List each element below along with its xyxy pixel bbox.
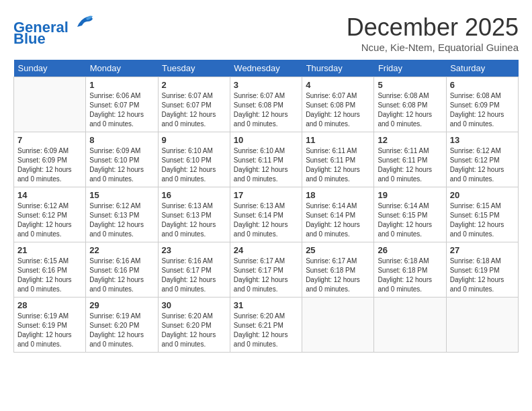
calendar-cell: 31Sunrise: 6:20 AMSunset: 6:21 PMDayligh… <box>230 298 302 353</box>
day-info: Sunrise: 6:07 AMSunset: 6:07 PMDaylight:… <box>162 91 226 129</box>
day-number: 15 <box>89 190 154 200</box>
calendar-cell: 29Sunrise: 6:19 AMSunset: 6:20 PMDayligh… <box>86 298 158 353</box>
logo: General Blue <box>13 13 94 45</box>
day-number: 6 <box>450 80 515 90</box>
day-info: Sunrise: 6:07 AMSunset: 6:08 PMDaylight:… <box>234 91 298 129</box>
page-header: General Blue December 2025 Ncue, Kie-Nte… <box>13 13 519 53</box>
calendar-week-row: 14Sunrise: 6:12 AMSunset: 6:12 PMDayligh… <box>14 187 519 242</box>
day-info: Sunrise: 6:20 AMSunset: 6:20 PMDaylight:… <box>162 312 226 349</box>
calendar-cell: 27Sunrise: 6:18 AMSunset: 6:19 PMDayligh… <box>446 242 518 298</box>
day-number: 11 <box>306 135 370 145</box>
calendar-cell: 17Sunrise: 6:13 AMSunset: 6:14 PMDayligh… <box>230 187 302 242</box>
day-info: Sunrise: 6:18 AMSunset: 6:18 PMDaylight:… <box>378 257 442 294</box>
calendar-cell: 13Sunrise: 6:12 AMSunset: 6:12 PMDayligh… <box>446 132 518 187</box>
day-info: Sunrise: 6:10 AMSunset: 6:11 PMDaylight:… <box>234 146 298 184</box>
day-info: Sunrise: 6:15 AMSunset: 6:15 PMDaylight:… <box>450 201 515 239</box>
calendar-cell: 25Sunrise: 6:17 AMSunset: 6:18 PMDayligh… <box>302 242 374 298</box>
day-number: 17 <box>234 190 298 200</box>
day-number: 23 <box>162 245 226 255</box>
calendar-cell: 22Sunrise: 6:16 AMSunset: 6:16 PMDayligh… <box>86 242 158 298</box>
calendar-cell <box>374 298 446 353</box>
day-info: Sunrise: 6:19 AMSunset: 6:19 PMDaylight:… <box>17 312 82 349</box>
day-number: 5 <box>378 80 442 90</box>
day-number: 21 <box>17 245 82 255</box>
calendar-week-row: 7Sunrise: 6:09 AMSunset: 6:09 PMDaylight… <box>14 132 519 187</box>
day-number: 25 <box>306 245 370 255</box>
day-number: 8 <box>89 135 154 145</box>
calendar-cell: 21Sunrise: 6:15 AMSunset: 6:16 PMDayligh… <box>14 242 86 298</box>
day-info: Sunrise: 6:12 AMSunset: 6:12 PMDaylight:… <box>17 201 82 239</box>
calendar-cell: 11Sunrise: 6:11 AMSunset: 6:11 PMDayligh… <box>302 132 374 187</box>
calendar-cell: 2Sunrise: 6:07 AMSunset: 6:07 PMDaylight… <box>158 77 230 132</box>
day-info: Sunrise: 6:16 AMSunset: 6:17 PMDaylight:… <box>162 257 226 294</box>
day-number: 22 <box>89 245 154 255</box>
day-info: Sunrise: 6:09 AMSunset: 6:10 PMDaylight:… <box>89 146 154 184</box>
column-header-tuesday: Tuesday <box>158 60 230 77</box>
calendar-cell: 5Sunrise: 6:08 AMSunset: 6:08 PMDaylight… <box>374 77 446 132</box>
calendar-cell: 18Sunrise: 6:14 AMSunset: 6:14 PMDayligh… <box>302 187 374 242</box>
calendar-week-row: 28Sunrise: 6:19 AMSunset: 6:19 PMDayligh… <box>14 298 519 353</box>
calendar-cell: 26Sunrise: 6:18 AMSunset: 6:18 PMDayligh… <box>374 242 446 298</box>
day-info: Sunrise: 6:11 AMSunset: 6:11 PMDaylight:… <box>378 146 442 184</box>
day-info: Sunrise: 6:06 AMSunset: 6:07 PMDaylight:… <box>89 91 154 129</box>
calendar-header-row: SundayMondayTuesdayWednesdayThursdayFrid… <box>14 60 519 77</box>
calendar-cell: 16Sunrise: 6:13 AMSunset: 6:13 PMDayligh… <box>158 187 230 242</box>
calendar-week-row: 21Sunrise: 6:15 AMSunset: 6:16 PMDayligh… <box>14 242 519 298</box>
column-header-wednesday: Wednesday <box>230 60 302 77</box>
day-number: 16 <box>162 190 226 200</box>
calendar-cell: 24Sunrise: 6:17 AMSunset: 6:17 PMDayligh… <box>230 242 302 298</box>
day-info: Sunrise: 6:16 AMSunset: 6:16 PMDaylight:… <box>89 257 154 294</box>
day-info: Sunrise: 6:17 AMSunset: 6:17 PMDaylight:… <box>234 257 298 294</box>
calendar-cell: 3Sunrise: 6:07 AMSunset: 6:08 PMDaylight… <box>230 77 302 132</box>
calendar-cell: 15Sunrise: 6:12 AMSunset: 6:13 PMDayligh… <box>86 187 158 242</box>
day-number: 3 <box>234 80 298 90</box>
day-info: Sunrise: 6:14 AMSunset: 6:14 PMDaylight:… <box>306 201 370 239</box>
column-header-thursday: Thursday <box>302 60 374 77</box>
day-info: Sunrise: 6:14 AMSunset: 6:15 PMDaylight:… <box>378 201 442 239</box>
calendar-cell: 10Sunrise: 6:10 AMSunset: 6:11 PMDayligh… <box>230 132 302 187</box>
day-info: Sunrise: 6:18 AMSunset: 6:19 PMDaylight:… <box>450 257 515 294</box>
day-number: 27 <box>450 245 515 255</box>
day-info: Sunrise: 6:09 AMSunset: 6:09 PMDaylight:… <box>17 146 82 184</box>
day-info: Sunrise: 6:19 AMSunset: 6:20 PMDaylight:… <box>89 312 154 349</box>
day-info: Sunrise: 6:13 AMSunset: 6:14 PMDaylight:… <box>234 201 298 239</box>
calendar-cell: 9Sunrise: 6:10 AMSunset: 6:10 PMDaylight… <box>158 132 230 187</box>
column-header-sunday: Sunday <box>14 60 86 77</box>
day-info: Sunrise: 6:20 AMSunset: 6:21 PMDaylight:… <box>234 312 298 349</box>
day-info: Sunrise: 6:08 AMSunset: 6:09 PMDaylight:… <box>450 91 515 129</box>
day-number: 7 <box>17 135 82 145</box>
calendar-cell: 30Sunrise: 6:20 AMSunset: 6:20 PMDayligh… <box>158 298 230 353</box>
day-number: 26 <box>378 245 442 255</box>
day-number: 19 <box>378 190 442 200</box>
calendar-cell: 8Sunrise: 6:09 AMSunset: 6:10 PMDaylight… <box>86 132 158 187</box>
day-number: 9 <box>162 135 226 145</box>
day-number: 31 <box>234 300 298 310</box>
calendar-cell: 20Sunrise: 6:15 AMSunset: 6:15 PMDayligh… <box>446 187 518 242</box>
calendar-cell: 4Sunrise: 6:07 AMSunset: 6:08 PMDaylight… <box>302 77 374 132</box>
day-info: Sunrise: 6:17 AMSunset: 6:18 PMDaylight:… <box>306 257 370 294</box>
calendar-cell: 23Sunrise: 6:16 AMSunset: 6:17 PMDayligh… <box>158 242 230 298</box>
day-number: 2 <box>162 80 226 90</box>
day-number: 28 <box>17 300 82 310</box>
calendar-cell <box>14 77 86 132</box>
column-header-monday: Monday <box>86 60 158 77</box>
day-number: 30 <box>162 300 226 310</box>
day-info: Sunrise: 6:12 AMSunset: 6:12 PMDaylight:… <box>450 146 515 184</box>
calendar-cell: 7Sunrise: 6:09 AMSunset: 6:09 PMDaylight… <box>14 132 86 187</box>
day-number: 24 <box>234 245 298 255</box>
day-number: 12 <box>378 135 442 145</box>
calendar-cell: 1Sunrise: 6:06 AMSunset: 6:07 PMDaylight… <box>86 77 158 132</box>
column-header-friday: Friday <box>374 60 446 77</box>
day-info: Sunrise: 6:12 AMSunset: 6:13 PMDaylight:… <box>89 201 154 239</box>
day-number: 13 <box>450 135 515 145</box>
day-info: Sunrise: 6:10 AMSunset: 6:10 PMDaylight:… <box>162 146 226 184</box>
day-number: 20 <box>450 190 515 200</box>
calendar-cell: 28Sunrise: 6:19 AMSunset: 6:19 PMDayligh… <box>14 298 86 353</box>
calendar-week-row: 1Sunrise: 6:06 AMSunset: 6:07 PMDaylight… <box>14 77 519 132</box>
column-header-saturday: Saturday <box>446 60 518 77</box>
month-title: December 2025 <box>347 13 519 42</box>
calendar-cell <box>302 298 374 353</box>
calendar-cell: 6Sunrise: 6:08 AMSunset: 6:09 PMDaylight… <box>446 77 518 132</box>
day-info: Sunrise: 6:15 AMSunset: 6:16 PMDaylight:… <box>17 257 82 294</box>
logo-bird-icon <box>74 13 94 32</box>
